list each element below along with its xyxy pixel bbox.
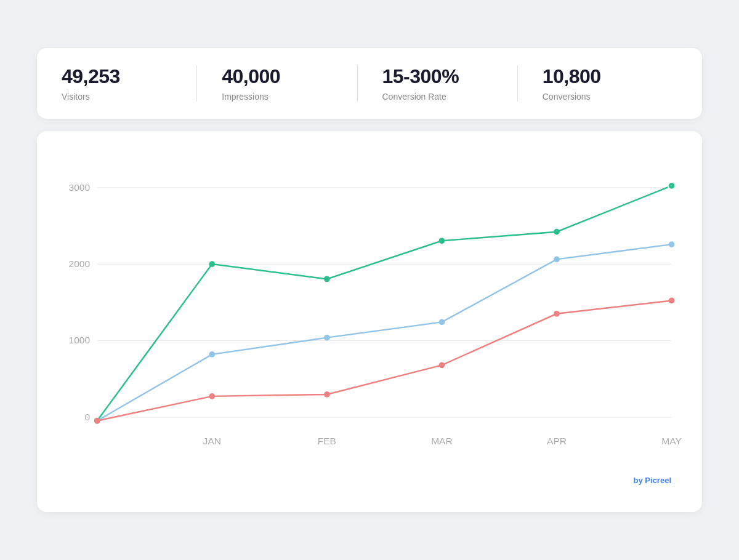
- conversions-value: 10,800: [543, 65, 677, 88]
- svg-text:MAY: MAY: [661, 436, 682, 446]
- svg-text:3000: 3000: [69, 182, 91, 193]
- conversions-label: Conversions: [543, 92, 677, 102]
- visitors-value: 49,253: [62, 65, 196, 88]
- attribution-brand: Picreel: [645, 476, 671, 485]
- stat-conversions: 10,800 Conversions: [517, 65, 677, 102]
- svg-text:2000: 2000: [69, 258, 91, 269]
- blue-dot-4: [554, 257, 560, 263]
- blue-series-line: [97, 244, 672, 421]
- blue-dot-2: [324, 335, 330, 341]
- blue-dot-5: [669, 241, 675, 247]
- red-dot-1: [209, 393, 215, 399]
- green-dot-3: [439, 238, 445, 244]
- red-dot-5: [669, 298, 675, 304]
- line-chart: 0 1000 2000 3000 JAN FEB MAR APR MAY: [49, 150, 684, 470]
- svg-text:JAN: JAN: [203, 436, 221, 446]
- green-dot-4: [554, 229, 560, 235]
- svg-text:FEB: FEB: [318, 436, 336, 446]
- conversion-rate-value: 15-300%: [382, 65, 517, 88]
- red-dot-2: [324, 391, 330, 398]
- impressions-value: 40,000: [222, 65, 357, 88]
- green-series-line: [97, 186, 672, 421]
- stat-visitors: 49,253 Visitors: [62, 65, 196, 102]
- stat-conversion-rate: 15-300% Conversion Rate: [357, 65, 517, 102]
- green-dot-1: [209, 261, 215, 267]
- attribution: by Picreel: [49, 470, 684, 494]
- visitors-label: Visitors: [62, 92, 196, 102]
- svg-text:APR: APR: [547, 436, 567, 446]
- svg-text:0: 0: [84, 412, 90, 422]
- red-dot-3: [439, 362, 445, 369]
- blue-dot-3: [439, 319, 445, 326]
- svg-text:1000: 1000: [69, 335, 91, 345]
- chart-card: 0 1000 2000 3000 JAN FEB MAR APR MAY: [37, 131, 702, 512]
- blue-dot-1: [209, 351, 215, 358]
- green-dot-5: [668, 182, 676, 190]
- stats-card: 49,253 Visitors 40,000 Impressions 15-30…: [37, 48, 702, 119]
- red-series-line: [97, 300, 672, 420]
- conversion-rate-label: Conversion Rate: [382, 92, 517, 102]
- red-dot-0: [94, 418, 100, 424]
- svg-text:MAR: MAR: [431, 436, 453, 446]
- attribution-prefix: by: [634, 476, 645, 485]
- chart-container: 0 1000 2000 3000 JAN FEB MAR APR MAY: [49, 150, 684, 470]
- impressions-label: Impressions: [222, 92, 357, 102]
- red-dot-4: [554, 311, 560, 317]
- green-dot-2: [324, 276, 330, 282]
- stat-impressions: 40,000 Impressions: [196, 65, 357, 102]
